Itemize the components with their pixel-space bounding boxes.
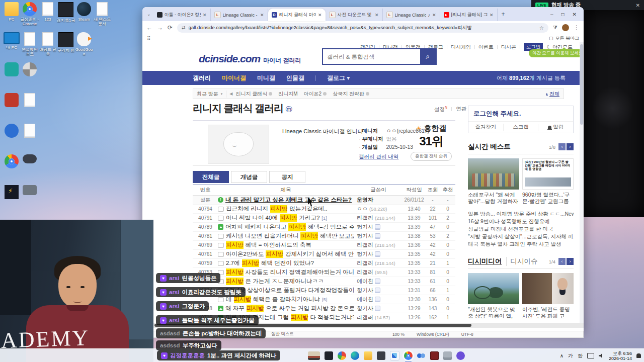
settings-link[interactable]: 설정N <box>434 106 447 113</box>
extensions-icon[interactable]: ⧩ <box>553 25 557 31</box>
desktop-icon-blue[interactable] <box>2 124 21 139</box>
close-icon[interactable]: ✕ <box>573 12 577 17</box>
desktop-icon-doc[interactable] <box>20 124 39 139</box>
desktop-icon-pad[interactable] <box>20 154 39 164</box>
post-author[interactable]: ㅇㅇ(58.228) <box>354 205 403 213</box>
desktop-icon-구각지 전[interactable]: 구각지 전 <box>56 32 75 53</box>
notification-bell-icon[interactable] <box>636 353 641 358</box>
nav-item-갤로그[interactable]: 갤로그 ▾ <box>327 74 350 82</box>
crumb-item-리니지M[interactable]: 리니지M <box>278 90 297 98</box>
alarm-button[interactable]: 알림 <box>538 124 573 131</box>
vertical-scrollbar[interactable] <box>580 42 584 323</box>
post-title-link[interactable]: 피시방은 가는게 ㅈㄴ문제아니냐ㅋㅋ <box>218 278 354 285</box>
browser-tab-4[interactable]: L사전 다운로드 및 캐릭터 생성✕ <box>326 9 383 21</box>
post-author[interactable]: 헝기사 <box>354 223 403 231</box>
edge-icon[interactable] <box>351 351 359 360</box>
back-icon[interactable]: ← <box>146 24 152 31</box>
nav-item-인물갤[interactable]: 인물갤 <box>286 74 304 82</box>
scroll-left-icon[interactable]: ◀ <box>226 92 235 96</box>
post-author[interactable]: 리갤러(218.144) <box>354 214 403 222</box>
desktop-icon-바탕드 단축[interactable]: 바탕드 단축 <box>38 32 57 56</box>
news-card[interactable]: 소래포구서 "왜 싸게 팔아"...담합 거절하자 흉기 <box>468 158 519 205</box>
discord-icon[interactable] <box>456 351 465 360</box>
tray-chevron-icon[interactable]: ∧ <box>560 353 564 358</box>
redapp-icon[interactable] <box>430 351 439 360</box>
post-title-link[interactable]: 아이온2만봐도 피시방 강제시키기 싫어서 혜택 안 넣는다는데[1] <box>218 250 354 258</box>
site-info-icon[interactable]: ⇄ <box>182 25 186 30</box>
address-bar[interactable]: ⇄ gall.dcinside.com/mgallery/board/lists… <box>177 23 548 33</box>
desktop-icon-내 PC[interactable]: 내 PC <box>2 32 21 50</box>
news-card[interactable]: [속보] 960만명 털렸다ㅡ'구몬·빨간펜' 교원그룹 해킹에 서버 600여… <box>522 158 574 205</box>
desktop-icon-글생준이 - Chrome[interactable]: 글생준이 - Chrome <box>20 2 39 26</box>
search-button[interactable]: ⌕ <box>420 49 436 64</box>
scrap-button[interactable]: 스크랩 <box>504 124 539 131</box>
news-card[interactable]: 이주빈, '레전드 증명사진' 도용 피해 고백... "... <box>522 273 574 320</box>
desktop-icon-teal[interactable] <box>2 62 21 77</box>
desktop-icon-PC[interactable]: PC <box>2 2 21 22</box>
post-author[interactable]: 에이친 <box>354 296 403 303</box>
background-game-window[interactable] <box>584 10 644 217</box>
desktop-icon-연설했던 프로[interactable]: 연설했던 프로 <box>20 32 39 56</box>
menu-kebab-icon[interactable]: ⋮ <box>574 24 580 31</box>
desktop-icon-경지록1국[interactable]: 경지록1국 <box>56 2 75 23</box>
clock[interactable]: 오후 6:562026-01-14 <box>609 351 632 361</box>
rank-list-button[interactable]: 흥한갤 전체 순위 <box>411 152 452 161</box>
nav-item-미니갤[interactable]: 미니갤 <box>257 74 275 82</box>
desktop-icon-chromeball[interactable] <box>2 154 21 169</box>
display-icon[interactable] <box>587 353 594 358</box>
tab-audio-icon[interactable]: ♪ <box>428 13 431 18</box>
post-author[interactable]: 헝기사 <box>354 250 403 258</box>
news-list-item[interactable]: 싱글벙글 마침내 선전포고를 한 미국 <box>468 225 574 233</box>
new-tab-button[interactable]: + <box>498 11 509 18</box>
profile-avatar[interactable] <box>562 24 569 31</box>
news-list-item[interactable]: "지방 공장까지 샅샅이"...근로감독, 지자체 끼고 ... <box>468 233 574 240</box>
folder-icon[interactable] <box>364 351 372 360</box>
desktop-icon-Steam[interactable]: Steam <box>74 2 94 22</box>
url-text[interactable]: gall.dcinside.com/mgallery/board/lists/?… <box>189 25 537 31</box>
speaker-icon[interactable] <box>599 353 604 358</box>
notepad-dark-icon[interactable] <box>325 351 333 360</box>
news-list-item[interactable]: 일본 방송... 이재명 방문 준비 상황 ㄷㄷ...News <box>468 210 574 218</box>
prev-arrow-icon[interactable]: ‹ <box>558 258 566 265</box>
forward-icon[interactable]: → <box>157 24 163 31</box>
next-arrow-icon[interactable]: › <box>567 143 574 150</box>
refresh-icon[interactable]: ⟳ <box>168 24 173 31</box>
post-author[interactable]: 리갤러(14.57) <box>354 314 403 321</box>
desktop-icon-123[interactable]: 123 <box>38 2 57 22</box>
tab-close-icon[interactable]: ✕ <box>203 13 207 18</box>
ime-hangul[interactable]: 한 <box>578 352 583 359</box>
browser-tab-6[interactable]: [리니지 클래식] 그 시절로의✕ <box>440 9 498 21</box>
news-list-item[interactable]: 16살 9번이나 성폭행해도 집행유예 <box>468 218 574 225</box>
post-author[interactable]: 리갤러(59.5) <box>354 268 403 276</box>
prev-arrow-icon[interactable]: ‹ <box>558 143 566 150</box>
tab-close-icon[interactable]: ✕ <box>490 13 494 18</box>
post-author[interactable]: 헝기사 <box>354 232 403 240</box>
breadcrumb-all-link[interactable]: ▸전체 <box>546 90 559 98</box>
desktop-icon-GoodGood[interactable]: GoodGood <box>74 32 94 56</box>
painting-icon[interactable] <box>308 351 320 360</box>
desktop-icon-pinwheel[interactable] <box>20 62 39 77</box>
paint-icon[interactable] <box>390 351 399 360</box>
desktop-icon-bolt[interactable] <box>2 185 21 200</box>
nav-item-갤러리[interactable]: 갤러리 <box>193 74 211 82</box>
crumb-item-아이온2[interactable]: 아이온2 <box>304 90 327 98</box>
browser-tab-3[interactable]: D리니지 클래식 마이너 갤러리✕ <box>268 9 326 21</box>
news-list-item[interactable]: 태국 북동부 열차 크레인 추락 사고 발생 <box>468 240 574 248</box>
crumb-item-리니지 클래식[interactable]: 리니지 클래식 <box>235 90 272 98</box>
post-title-link[interactable]: 피시방 사장들도 리니지 정액결제해야되는거 아니냐[3] <box>218 268 354 276</box>
crumb-item-상국지 전략판[interactable]: 상국지 전략판 <box>333 90 369 98</box>
ime-korean[interactable]: 가 <box>568 352 573 359</box>
nav-item-마이너갤[interactable]: 마이너갤 <box>222 74 246 82</box>
site-logo[interactable]: dcinside.com마이너 갤러리 <box>199 53 301 65</box>
tab-dcmedia[interactable]: 디시미디어 <box>468 257 502 266</box>
post-author[interactable]: 리갤러(218.144) <box>354 241 403 249</box>
post-title-link[interactable]: 2.7에 피시방 혜택 던전이 있었냐? <box>218 259 354 267</box>
desktop-icon-cam[interactable] <box>20 185 39 196</box>
post-title-link[interactable]: 피시방 혜택 = 아인하사드의 축복 <box>218 241 354 249</box>
search-input[interactable] <box>323 49 420 64</box>
post-author[interactable]: 운영자 <box>354 196 403 204</box>
recent-visit-dropdown[interactable]: 최근 방문▾ <box>193 90 226 98</box>
tab-dcissue[interactable]: 디시이슈 <box>506 257 538 266</box>
desktop-icon-doc[interactable] <box>20 93 39 108</box>
next-arrow-icon[interactable]: › <box>567 258 574 265</box>
